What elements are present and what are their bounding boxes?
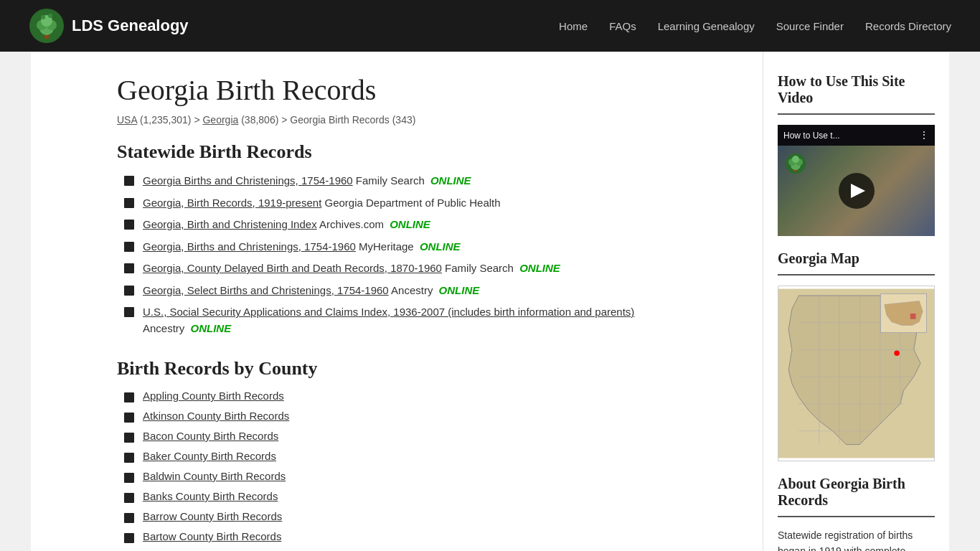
record-desc: Family Search xyxy=(445,262,517,274)
county-section-title: Birth Records by County xyxy=(117,358,734,380)
online-badge: ONLINE xyxy=(390,218,430,230)
county-link[interactable]: Bartow County Birth Records xyxy=(143,530,281,542)
bullet-icon xyxy=(124,392,134,402)
map-section-title: Georgia Map xyxy=(778,250,935,267)
bullet-icon xyxy=(124,473,134,483)
list-item: Barrow County Birth Records xyxy=(124,510,734,523)
video-thumbnail[interactable]: How to Use t... ⋮ xyxy=(778,125,935,236)
breadcrumb-usa[interactable]: USA xyxy=(117,114,137,126)
breadcrumb-usa-count: (1,235,301) xyxy=(140,114,192,126)
bullet-icon xyxy=(124,176,134,186)
record-link[interactable]: Georgia, Birth and Christening Index xyxy=(143,218,317,230)
statewide-record-list: Georgia Births and Christenings, 1754-19… xyxy=(117,173,734,336)
map-container xyxy=(778,286,935,461)
us-map-inset xyxy=(880,293,927,333)
logo-area: LDS Genealogy xyxy=(29,8,189,44)
svg-point-6 xyxy=(41,15,45,19)
video-inner: How to Use t... ⋮ xyxy=(778,125,935,236)
nav-source[interactable]: Source Finder xyxy=(776,17,844,36)
bullet-icon xyxy=(124,242,134,252)
list-item: U.S., Social Security Applications and C… xyxy=(124,304,734,336)
main-content: Georgia Birth Records USA (1,235,301) > … xyxy=(31,52,763,551)
record-link[interactable]: Georgia, Births and Christenings, 1754-1… xyxy=(143,240,356,253)
breadcrumb: USA (1,235,301) > Georgia (38,806) > Geo… xyxy=(117,114,734,126)
record-desc: MyHeritage xyxy=(359,240,417,253)
logo-icon xyxy=(29,8,65,44)
sidebar: How to Use This Site Video How to Use t.… xyxy=(763,52,949,551)
list-item: Georgia, Birth and Christening Index Arc… xyxy=(124,217,734,233)
online-badge: ONLINE xyxy=(439,284,480,296)
page-wrapper: Georgia Birth Records USA (1,235,301) > … xyxy=(31,52,949,551)
county-record-list: Appling County Birth Records Atkinson Co… xyxy=(117,390,734,551)
record-link[interactable]: Georgia, Select Births and Christenings,… xyxy=(143,284,389,296)
video-background xyxy=(778,146,935,236)
online-badge: ONLINE xyxy=(420,240,461,253)
video-menu-icon[interactable]: ⋮ xyxy=(919,129,929,141)
online-badge: ONLINE xyxy=(430,174,471,187)
record-desc: Family Search xyxy=(356,174,425,187)
bullet-icon xyxy=(124,220,134,230)
list-item: Baldwin County Birth Records xyxy=(124,470,734,483)
bullet-icon xyxy=(124,263,134,273)
bullet-icon xyxy=(124,413,134,423)
svg-point-7 xyxy=(48,14,52,18)
record-link[interactable]: U.S., Social Security Applications and C… xyxy=(143,306,634,318)
svg-point-25 xyxy=(894,350,900,356)
county-link[interactable]: Banks County Birth Records xyxy=(143,490,278,502)
list-item: Georgia, Select Births and Christenings,… xyxy=(124,283,734,299)
bullet-icon xyxy=(124,513,134,523)
nav-learning[interactable]: Learning Genealogy xyxy=(658,17,755,36)
list-item: Baker County Birth Records xyxy=(124,450,734,463)
svg-rect-27 xyxy=(910,314,916,319)
bullet-icon xyxy=(124,307,134,317)
list-item: Banks County Birth Records xyxy=(124,490,734,503)
list-item: Georgia, Births and Christenings, 1754-1… xyxy=(124,239,734,255)
bullet-icon xyxy=(124,286,134,296)
bullet-icon xyxy=(124,453,134,463)
list-item: Georgia, Birth Records, 1919-present Geo… xyxy=(124,195,734,212)
record-desc: Archives.com xyxy=(319,218,387,230)
main-nav: Home FAQs Learning Genealogy Source Find… xyxy=(559,17,951,36)
header: LDS Genealogy Home FAQs Learning Genealo… xyxy=(0,0,980,52)
county-link[interactable]: Baker County Birth Records xyxy=(143,450,276,462)
page-title: Georgia Birth Records xyxy=(117,73,734,107)
list-item: Georgia, County Delayed Birth and Death … xyxy=(124,260,734,277)
county-link[interactable]: Atkinson County Birth Records xyxy=(143,410,289,422)
about-text: Statewide registration of births began i… xyxy=(778,527,935,551)
breadcrumb-georgia[interactable]: Georgia xyxy=(202,114,238,126)
sidebar-divider xyxy=(778,113,935,115)
bullet-icon xyxy=(124,198,134,208)
georgia-map[interactable] xyxy=(778,286,935,461)
breadcrumb-georgia-count: (38,806) xyxy=(241,114,278,126)
record-desc: Ancestry xyxy=(143,322,188,334)
county-link[interactable]: Baldwin County Birth Records xyxy=(143,470,286,482)
county-link[interactable]: Bacon County Birth Records xyxy=(143,430,278,442)
record-link[interactable]: Georgia Births and Christenings, 1754-19… xyxy=(143,174,353,187)
online-badge: ONLINE xyxy=(519,262,560,274)
sidebar-divider-3 xyxy=(778,516,935,517)
logo-text[interactable]: LDS Genealogy xyxy=(72,17,189,35)
play-icon xyxy=(851,184,865,198)
video-logo-icon xyxy=(785,153,806,174)
list-item: Bacon County Birth Records xyxy=(124,430,734,443)
nav-home[interactable]: Home xyxy=(559,17,588,36)
bullet-icon xyxy=(124,433,134,443)
county-link[interactable]: Barrow County Birth Records xyxy=(143,510,282,522)
bullet-icon xyxy=(124,493,134,503)
list-item: Appling County Birth Records xyxy=(124,390,734,402)
list-item: Georgia Births and Christenings, 1754-19… xyxy=(124,173,734,189)
record-link[interactable]: Georgia, Birth Records, 1919-present xyxy=(143,197,321,209)
record-desc: Ancestry xyxy=(391,284,436,296)
record-link[interactable]: Georgia, County Delayed Birth and Death … xyxy=(143,262,442,274)
online-badge: ONLINE xyxy=(191,322,232,334)
nav-faqs[interactable]: FAQs xyxy=(609,17,636,36)
nav-records[interactable]: Records Directory xyxy=(865,17,951,36)
video-section-title: How to Use This Site Video xyxy=(778,73,935,106)
video-title-text: How to Use t... xyxy=(783,131,840,141)
about-section-title: About Georgia BirthRecords xyxy=(778,476,935,509)
county-link[interactable]: Appling County Birth Records xyxy=(143,390,284,402)
play-button[interactable] xyxy=(839,173,875,209)
breadcrumb-current: Georgia Birth Records (343) xyxy=(290,114,415,126)
svg-point-13 xyxy=(792,156,799,163)
list-item: Atkinson County Birth Records xyxy=(124,410,734,423)
